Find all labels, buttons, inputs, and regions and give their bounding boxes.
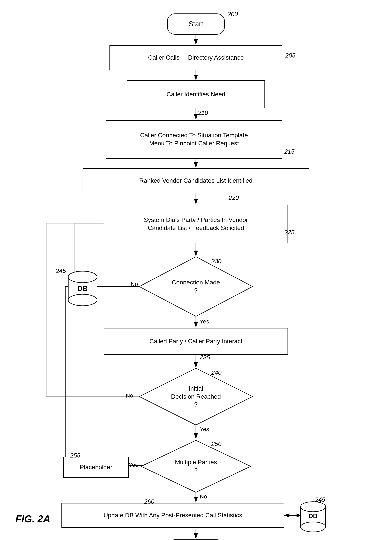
process-215-label: Caller Connected To Situation TemplateMe…	[140, 131, 248, 147]
start-label: Start	[189, 20, 203, 28]
ref-260: 260	[144, 498, 154, 505]
no-label-240: No	[126, 392, 133, 399]
decision-240: InitialDecision Reached?	[138, 367, 254, 426]
no-label-230: No	[131, 281, 138, 287]
svg-point-36	[301, 522, 326, 532]
db-245a-label: DB	[78, 285, 88, 293]
decision-240-label: InitialDecision Reached?	[171, 385, 221, 409]
ref-250: 250	[211, 440, 221, 448]
ref-245a: 245	[56, 267, 66, 275]
db-245a: DB	[67, 269, 98, 306]
decision-250-label: Multiple Parties?	[175, 458, 217, 474]
decision-230-label: Connection Made?	[172, 279, 220, 295]
process-215: Caller Connected To Situation TemplateMe…	[106, 120, 282, 159]
process-220-label: Ranked Vendor Candidates List Identified	[139, 177, 253, 185]
no-label-250: No	[200, 493, 207, 500]
process-205-label: Caller Calls Directory Assistance	[148, 54, 244, 62]
double-arrow-260-db	[284, 512, 302, 518]
decision-230-diamond: Connection Made?	[138, 256, 254, 317]
ref-240: 240	[211, 369, 221, 376]
yes-label-230: Yes	[200, 318, 209, 325]
process-210: Caller Identifies Need	[127, 80, 265, 108]
process-220: Ranked Vendor Candidates List Identified	[83, 168, 309, 193]
process-260: Update DB With Any Post-Presented Call S…	[61, 503, 284, 528]
decision-240-diamond: InitialDecision Reached?	[138, 367, 254, 426]
process-210-label: Caller Identifies Need	[167, 90, 225, 99]
db-245b: DB	[300, 500, 327, 533]
process-235: Called Party / Caller Party Interact	[104, 328, 288, 355]
decision-230: Connection Made?	[138, 256, 254, 317]
process-225: System Dials Party / Parties In VendorCa…	[104, 205, 288, 243]
ref-200: 200	[228, 10, 238, 18]
ref-235: 235	[200, 354, 210, 361]
ref-225: 225	[284, 229, 294, 236]
ref-220: 220	[229, 194, 239, 201]
ref-230: 230	[211, 258, 221, 265]
figure-label: FIG. 2A	[15, 513, 50, 525]
decision-250: Multiple Parties?	[140, 440, 252, 493]
yes-label-240: Yes	[200, 426, 209, 432]
process-205: Caller Calls Directory Assistance	[109, 45, 282, 70]
decision-250-diamond: Multiple Parties?	[140, 440, 252, 493]
process-260-label: Update DB With Any Post-Presented Call S…	[103, 511, 242, 520]
svg-point-29	[68, 271, 97, 283]
process-225-label: System Dials Party / Parties In VendorCa…	[144, 216, 248, 232]
ref-245b: 245	[315, 496, 325, 503]
process-255: Placeholder	[63, 457, 129, 478]
start-terminal: Start	[167, 14, 225, 35]
svg-point-28	[68, 294, 97, 306]
ref-255: 255	[70, 452, 80, 459]
ref-205: 205	[285, 52, 295, 59]
db-245b-label: DB	[309, 512, 318, 520]
diagram-container: Start 200 Caller Calls Directory Assista…	[0, 0, 392, 540]
ref-210: 210	[198, 109, 208, 116]
process-235-label: Called Party / Caller Party Interact	[149, 337, 242, 345]
process-255-label: Placeholder	[80, 463, 112, 471]
yes-label-250: Yes	[129, 461, 138, 468]
ref-215: 215	[284, 148, 294, 155]
